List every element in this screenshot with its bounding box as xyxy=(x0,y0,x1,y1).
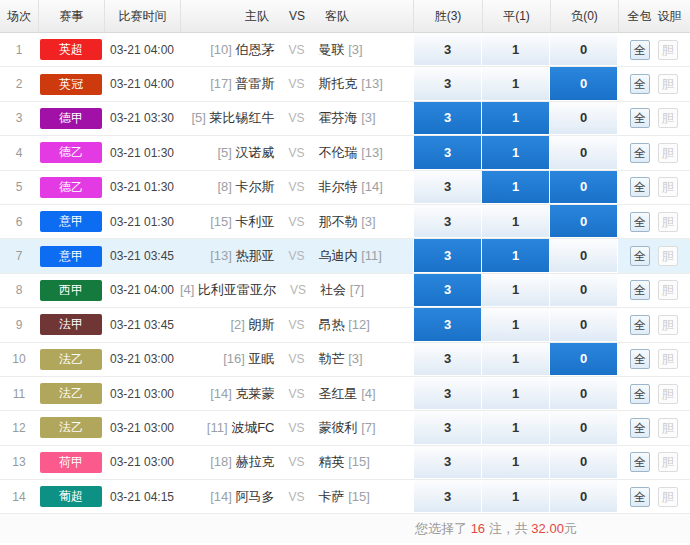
match-time: 03-21 04:00 xyxy=(104,67,180,100)
league-badge: 德甲 xyxy=(40,108,102,129)
odds-lose-cell[interactable]: 0 xyxy=(550,205,618,238)
odds-draw-cell[interactable]: 1 xyxy=(482,205,550,238)
select-all-button[interactable]: 全 xyxy=(630,143,650,163)
league-cell: 法乙 xyxy=(38,343,104,376)
odds-lose-cell[interactable]: 0 xyxy=(550,67,618,100)
odds-lose-cell[interactable]: 0 xyxy=(550,480,618,513)
odds-lose-cell[interactable]: 0 xyxy=(550,411,618,444)
odds-win-cell[interactable]: 3 xyxy=(413,411,482,444)
match-list: 1 英超 03-21 04:00 [10] 伯恩茅 VS 曼联 [3] 3 1 … xyxy=(0,33,690,514)
away-name: 斯托克 xyxy=(319,76,358,91)
odds-draw-cell[interactable]: 1 xyxy=(482,274,550,307)
match-number: 13 xyxy=(0,446,38,479)
set-bank-button[interactable]: 胆 xyxy=(658,452,678,472)
col-header-league: 赛事 xyxy=(38,0,104,32)
odds-win-cell[interactable]: 3 xyxy=(413,377,482,410)
odds-draw-cell[interactable]: 1 xyxy=(482,377,550,410)
set-bank-button[interactable]: 胆 xyxy=(658,40,678,60)
odds-win-cell[interactable]: 3 xyxy=(413,33,482,66)
odds-lose-cell[interactable]: 0 xyxy=(550,377,618,410)
odds-lose-cell[interactable]: 0 xyxy=(550,308,618,341)
set-bank-button[interactable]: 胆 xyxy=(658,280,678,300)
away-name: 乌迪内 xyxy=(319,248,358,263)
home-rank: [10] xyxy=(210,42,232,57)
set-bank-button[interactable]: 胆 xyxy=(658,246,678,266)
odds-draw-cell[interactable]: 1 xyxy=(482,171,550,204)
odds-lose-cell[interactable]: 0 xyxy=(550,102,618,135)
set-bank-button[interactable]: 胆 xyxy=(658,212,678,232)
selection-summary: 您选择了 16 注，共 32.00元 xyxy=(0,514,690,543)
select-all-button[interactable]: 全 xyxy=(630,384,650,404)
set-bank-button[interactable]: 胆 xyxy=(658,487,678,507)
set-bank-button[interactable]: 胆 xyxy=(658,418,678,438)
odds-win-cell[interactable]: 3 xyxy=(413,102,482,135)
match-row: 7 意甲 03-21 03:45 [13] 热那亚 VS 乌迪内 [11] 3 … xyxy=(0,239,690,273)
select-all-button[interactable]: 全 xyxy=(630,246,650,266)
select-all-button[interactable]: 全 xyxy=(630,177,650,197)
odds-lose-cell[interactable]: 0 xyxy=(550,274,618,307)
home-name: 赫拉克 xyxy=(236,454,275,469)
select-all-button[interactable]: 全 xyxy=(630,452,650,472)
home-rank: [16] xyxy=(223,351,245,366)
odds-lose-cell[interactable]: 0 xyxy=(550,171,618,204)
odds-draw-cell[interactable]: 1 xyxy=(482,411,550,444)
odds-draw-cell[interactable]: 1 xyxy=(482,67,550,100)
odds-lose-cell[interactable]: 0 xyxy=(550,446,618,479)
set-bank-button[interactable]: 胆 xyxy=(658,177,678,197)
odds-draw-cell[interactable]: 1 xyxy=(482,33,550,66)
set-bank-button[interactable]: 胆 xyxy=(658,108,678,128)
league-cell: 英超 xyxy=(38,33,104,66)
odds-draw-cell[interactable]: 1 xyxy=(482,343,550,376)
league-badge: 法甲 xyxy=(40,314,102,335)
odds-lose-cell[interactable]: 0 xyxy=(550,343,618,376)
odds-win-cell[interactable]: 3 xyxy=(413,308,482,341)
odds-draw-cell[interactable]: 1 xyxy=(482,480,550,513)
odds-lose-cell[interactable]: 0 xyxy=(550,239,618,272)
set-bank-button[interactable]: 胆 xyxy=(658,349,678,369)
league-cell: 葡超 xyxy=(38,480,104,513)
odds-win-cell[interactable]: 3 xyxy=(413,136,482,169)
home-rank: [5] xyxy=(191,110,205,125)
set-bank-button[interactable]: 胆 xyxy=(658,143,678,163)
home-name: 莱比锡红牛 xyxy=(210,110,275,125)
select-all-button[interactable]: 全 xyxy=(630,418,650,438)
league-badge: 葡超 xyxy=(40,486,102,507)
teams-cell: [8] 卡尔斯 VS 非尔特 [14] xyxy=(180,171,413,204)
select-all-button[interactable]: 全 xyxy=(630,212,650,232)
set-bank-button[interactable]: 胆 xyxy=(658,315,678,335)
teams-cell: [14] 阿马多 VS 卡萨 [15] xyxy=(180,480,413,513)
home-rank: [5] xyxy=(217,145,231,160)
odds-draw-cell[interactable]: 1 xyxy=(482,239,550,272)
odds-win-cell[interactable]: 3 xyxy=(413,205,482,238)
set-bank-button[interactable]: 胆 xyxy=(658,74,678,94)
odds-win-cell[interactable]: 3 xyxy=(413,343,482,376)
odds-win-cell[interactable]: 3 xyxy=(413,67,482,100)
odds-win-cell[interactable]: 3 xyxy=(413,171,482,204)
odds-draw-cell[interactable]: 1 xyxy=(482,102,550,135)
away-name: 曼联 xyxy=(319,42,345,57)
set-bank-button[interactable]: 胆 xyxy=(658,384,678,404)
home-rank: [18] xyxy=(210,454,232,469)
select-all-button[interactable]: 全 xyxy=(630,487,650,507)
odds-win-cell[interactable]: 3 xyxy=(413,239,482,272)
away-team: 斯托克 [13] xyxy=(319,75,414,93)
teams-cell: [18] 赫拉克 VS 精英 [15] xyxy=(180,446,413,479)
odds-lose-cell[interactable]: 0 xyxy=(550,33,618,66)
row-actions: 全 胆 xyxy=(618,411,690,444)
away-rank: [13] xyxy=(361,76,383,91)
odds-draw-cell[interactable]: 1 xyxy=(482,136,550,169)
odds-lose-cell[interactable]: 0 xyxy=(550,136,618,169)
select-all-button[interactable]: 全 xyxy=(630,315,650,335)
odds-draw-cell[interactable]: 1 xyxy=(482,446,550,479)
match-row: 5 德乙 03-21 01:30 [8] 卡尔斯 VS 非尔特 [14] 3 1… xyxy=(0,171,690,205)
select-all-button[interactable]: 全 xyxy=(630,74,650,94)
row-actions: 全 胆 xyxy=(618,446,690,479)
odds-win-cell[interactable]: 3 xyxy=(413,480,482,513)
odds-draw-cell[interactable]: 1 xyxy=(482,308,550,341)
odds-win-cell[interactable]: 3 xyxy=(413,446,482,479)
select-all-button[interactable]: 全 xyxy=(630,108,650,128)
select-all-button[interactable]: 全 xyxy=(630,40,650,60)
select-all-button[interactable]: 全 xyxy=(630,349,650,369)
select-all-button[interactable]: 全 xyxy=(630,280,650,300)
odds-win-cell[interactable]: 3 xyxy=(413,274,482,307)
